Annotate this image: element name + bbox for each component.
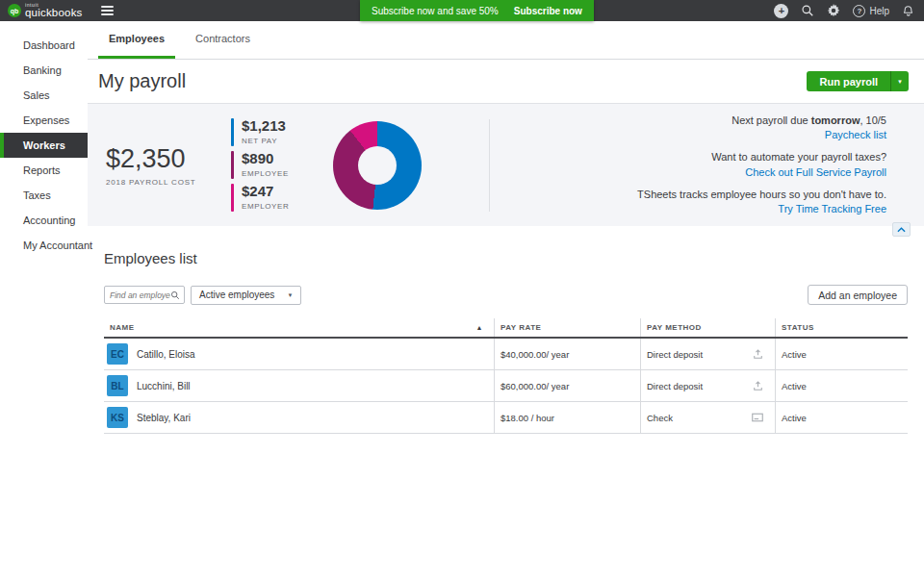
employees-table: NAME ▲ PAY RATE PAY METHOD STATUS EC Cat… bbox=[104, 318, 908, 434]
tab-employees[interactable]: Employees bbox=[98, 21, 175, 59]
avatar: EC bbox=[107, 343, 128, 365]
tab-contractors[interactable]: Contractors bbox=[185, 21, 261, 59]
collapse-summary-button[interactable] bbox=[892, 222, 911, 237]
employee-row[interactable]: BL Lucchini, Bill $60,000.00/ year Direc… bbox=[104, 370, 908, 402]
direct-deposit-icon bbox=[753, 349, 763, 360]
employee-status-filter-dropdown[interactable]: Active employees ▼ bbox=[191, 286, 301, 305]
employee-value: $890 bbox=[242, 151, 289, 167]
column-header-name[interactable]: NAME ▲ bbox=[104, 318, 494, 337]
sort-ascending-icon[interactable]: ▲ bbox=[476, 324, 483, 331]
hamburger-menu-icon[interactable] bbox=[98, 3, 116, 18]
automate-taxes-text: Want to automate your payroll taxes? bbox=[490, 151, 886, 164]
time-tracking-link[interactable]: Try Time Tracking Free bbox=[778, 203, 886, 215]
full-service-payroll-link[interactable]: Check out Full Service Payroll bbox=[745, 166, 886, 179]
employee-name-cell: KS Steblay, Kari bbox=[104, 402, 494, 433]
avatar: BL bbox=[107, 375, 128, 396]
quickbooks-logo[interactable]: qb intuit quickbooks bbox=[8, 3, 83, 19]
intuit-wordmark: intuit bbox=[25, 3, 83, 8]
topbar-icons: + ? Help bbox=[774, 4, 914, 18]
employee-name[interactable]: Catillo, Eloisa bbox=[137, 349, 195, 360]
pay-rate-cell: $60,000.00/ year bbox=[494, 370, 640, 401]
quickbooks-wordmark: quickbooks bbox=[25, 8, 83, 19]
pay-method-cell: Direct deposit bbox=[640, 339, 775, 369]
stat-net-pay: $1,213 NET PAY bbox=[231, 118, 289, 146]
employees-list-section: Employees list Active employees ▼ Add an… bbox=[88, 226, 924, 580]
sidebar-item-reports[interactable]: Reports bbox=[0, 158, 88, 183]
app-body: Dashboard Banking Sales Expenses Workers… bbox=[0, 21, 924, 580]
run-payroll-dropdown-caret-icon[interactable]: ▼ bbox=[890, 71, 909, 91]
employee-name[interactable]: Steblay, Kari bbox=[137, 413, 191, 423]
next-payroll-text: Next payroll due tomorrow, 10/5 bbox=[490, 114, 886, 127]
run-payroll-button[interactable]: Run payroll ▼ bbox=[807, 71, 909, 91]
filter-selected-value: Active employees bbox=[199, 290, 274, 300]
next-payroll-notice: Next payroll due tomorrow, 10/5 Paycheck… bbox=[490, 114, 886, 141]
pay-rate-cell: $18.00 / hour bbox=[494, 402, 640, 433]
tabs-row: Employees Contractors bbox=[88, 21, 924, 60]
sidebar-item-accounting[interactable]: Accounting bbox=[0, 208, 88, 233]
employer-text: $247 EMPLOYER bbox=[242, 184, 289, 212]
chevron-down-icon: ▼ bbox=[287, 292, 293, 298]
employee-name[interactable]: Lucchini, Bill bbox=[137, 381, 191, 391]
employee-text: $890 EMPLOYEE bbox=[242, 151, 289, 179]
page-title: My payroll bbox=[98, 70, 186, 92]
employer-color-bar bbox=[231, 184, 234, 212]
employee-search-input[interactable] bbox=[110, 290, 170, 300]
payroll-total-block: $2,350 2018 PAYROLL COST bbox=[106, 144, 231, 187]
employee-name-cell: EC Catillo, Eloisa bbox=[104, 339, 494, 369]
employer-value: $247 bbox=[242, 184, 289, 200]
quickbooks-logo-icon: qb bbox=[8, 4, 21, 17]
sidebar-item-taxes[interactable]: Taxes bbox=[0, 183, 88, 208]
paycheck-list-link[interactable]: Paycheck list bbox=[825, 129, 886, 141]
sidebar-item-expenses[interactable]: Expenses bbox=[0, 108, 88, 133]
tsheets-text: TSheets tracks employee hours so you don… bbox=[490, 189, 886, 201]
help-menu[interactable]: ? Help bbox=[853, 5, 889, 17]
net-pay-label: NET PAY bbox=[242, 137, 286, 145]
summary-notices: Next payroll due tomorrow, 10/5 Paycheck… bbox=[490, 114, 924, 215]
gear-icon[interactable] bbox=[827, 4, 840, 17]
sidebar-item-my-accountant[interactable]: My Accountant bbox=[0, 233, 88, 258]
run-payroll-label: Run payroll bbox=[807, 71, 890, 91]
employee-label: EMPLOYEE bbox=[242, 169, 289, 178]
employer-label: EMPLOYER bbox=[242, 202, 289, 211]
automate-taxes-notice: Want to automate your payroll taxes? Che… bbox=[490, 151, 886, 178]
create-plus-icon[interactable]: + bbox=[774, 4, 788, 18]
sidebar-item-banking[interactable]: Banking bbox=[0, 58, 88, 83]
logo-text-stack: intuit quickbooks bbox=[25, 3, 83, 19]
help-icon: ? bbox=[853, 5, 865, 17]
chevron-up-icon bbox=[897, 227, 906, 233]
search-icon bbox=[170, 290, 180, 300]
payroll-total-label: 2018 PAYROLL COST bbox=[106, 178, 231, 187]
payroll-donut bbox=[333, 121, 422, 210]
stat-employee: $890 EMPLOYEE bbox=[231, 151, 289, 179]
direct-deposit-icon bbox=[753, 381, 763, 391]
check-icon bbox=[752, 413, 763, 422]
employee-search-box[interactable] bbox=[104, 286, 185, 304]
pay-rate-cell: $40,000.00/ year bbox=[494, 339, 640, 369]
employee-row[interactable]: EC Catillo, Eloisa $40,000.00/ year Dire… bbox=[104, 339, 908, 370]
subscribe-banner[interactable]: Subscribe now and save 50% Subscribe now bbox=[360, 0, 594, 21]
add-employee-button[interactable]: Add an employee bbox=[808, 285, 908, 305]
sidebar: Dashboard Banking Sales Expenses Workers… bbox=[0, 21, 88, 580]
net-pay-text: $1,213 NET PAY bbox=[242, 118, 286, 146]
column-header-pay-rate[interactable]: PAY RATE bbox=[494, 318, 640, 337]
sidebar-item-workers[interactable]: Workers bbox=[0, 133, 88, 158]
sidebar-item-dashboard[interactable]: Dashboard bbox=[0, 33, 88, 58]
employees-list-heading: Employees list bbox=[104, 250, 908, 266]
avatar: KS bbox=[107, 407, 128, 428]
employee-row[interactable]: KS Steblay, Kari $18.00 / hour Check Act… bbox=[104, 402, 908, 434]
payroll-stats: $1,213 NET PAY $890 EMPLOYEE $247 EMPL bbox=[231, 118, 289, 212]
status-cell: Active bbox=[775, 370, 908, 401]
net-pay-value: $1,213 bbox=[242, 118, 286, 135]
main-content: Employees Contractors My payroll Run pay… bbox=[88, 21, 924, 580]
topbar: qb intuit quickbooks Subscribe now and s… bbox=[0, 0, 924, 21]
notifications-bell-icon[interactable] bbox=[902, 4, 914, 17]
sidebar-item-sales[interactable]: Sales bbox=[0, 83, 88, 108]
net-pay-color-bar bbox=[231, 118, 234, 146]
pay-method-value: Direct deposit bbox=[647, 381, 703, 391]
column-header-status[interactable]: STATUS bbox=[775, 318, 908, 337]
column-header-pay-method[interactable]: PAY METHOD bbox=[640, 318, 775, 337]
stat-employer: $247 EMPLOYER bbox=[231, 184, 289, 212]
status-cell: Active bbox=[775, 402, 908, 433]
search-icon[interactable] bbox=[801, 4, 814, 17]
subscribe-now-button[interactable]: Subscribe now bbox=[514, 6, 582, 16]
